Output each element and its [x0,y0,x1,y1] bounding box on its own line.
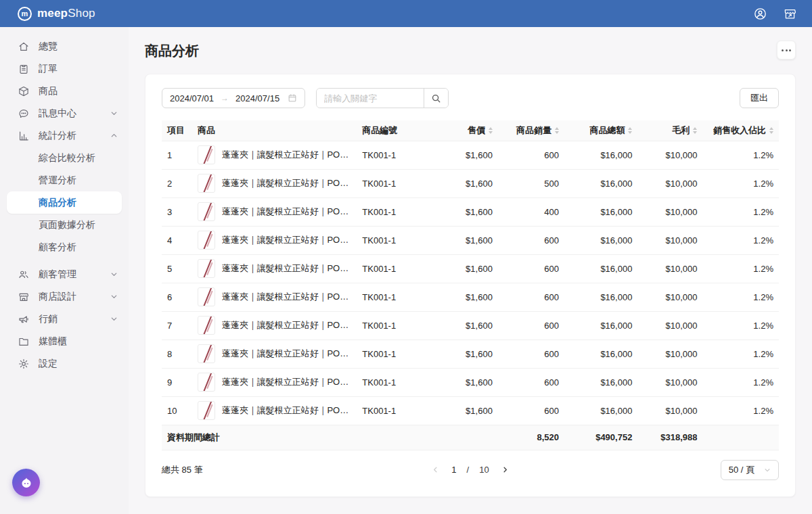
brand-bold: meep [37,7,68,20]
column-header-2: 商品編號 [357,120,438,141]
cell-sales: 600 [498,226,564,254]
account-icon[interactable] [752,6,767,21]
cell-price: $1,600 [438,283,498,311]
sidebar-subitem-customer-analysis[interactable]: 顧客分析 [0,236,129,258]
cell-product-code: TK001-1 [357,141,438,169]
sidebar-subitem-label: 顧客分析 [39,241,76,254]
customers-icon [18,268,30,281]
column-header-7[interactable]: 銷售收入佔比 [702,120,779,141]
sort-icon[interactable] [769,127,773,134]
stats-chart-icon [18,130,30,142]
sidebar-item-settings[interactable]: 設定 [0,352,129,375]
sidebar-item-label: 訊息中心 [39,108,76,120]
summary-sales: 8,520 [498,425,564,450]
cell-sales: 600 [498,368,564,396]
cell-sales: 600 [498,141,564,169]
sidebar-item-label: 總覽 [39,41,58,53]
page-size-select[interactable]: 50 / 頁 [721,460,779,480]
sidebar-item-marketing[interactable]: 行銷 [0,308,129,330]
cell-total: $16,000 [564,311,637,340]
cell-price: $1,600 [438,396,498,425]
cell-total: $16,000 [564,254,637,283]
message-icon [18,108,30,120]
column-label: 項目 [167,124,185,137]
sidebar-item-statistics[interactable]: 統計分析 [0,124,129,147]
cell-total: $16,000 [564,226,637,254]
sidebar-item-orders[interactable]: 訂單 [0,57,129,80]
cell-sales: 600 [498,340,564,368]
more-options-button[interactable] [777,41,796,60]
sidebar-item-customer-management[interactable]: 顧客管理 [0,263,129,285]
sidebar-item-products[interactable]: 商品 [0,80,129,102]
product-thumbnail [198,401,215,420]
sidebar-subitem-operations-analysis[interactable]: 營運分析 [0,169,129,191]
sort-icon[interactable] [489,127,493,134]
cell-profit: $10,000 [637,340,702,368]
column-label: 商品 [198,124,215,137]
product-box-icon [18,85,30,97]
table-body: 1蓬蓬夾｜讓髮根立正站好｜POPRORO帕...TK001-1$1,600600… [162,141,779,425]
column-header-6[interactable]: 毛利 [637,120,702,141]
table-row: 5蓬蓬夾｜讓髮根立正站好｜POPRORO帕...TK001-1$1,600600… [162,254,779,283]
cell-product: 蓬蓬夾｜讓髮根立正站好｜POPRORO帕... [192,311,357,340]
sidebar-subitem-page-data-analysis[interactable]: 頁面數據分析 [0,214,129,236]
cell-product: 蓬蓬夾｜讓髮根立正站好｜POPRORO帕... [192,169,357,197]
cell-item-no: 1 [162,141,192,169]
column-header-3[interactable]: 售價 [438,120,498,141]
pagination-total-pages: 10 [479,465,489,475]
table-row: 9蓬蓬夾｜讓髮根立正站好｜POPRORO帕...TK001-1$1,600600… [162,368,779,396]
sidebar-item-media-library[interactable]: 媒體櫃 [0,330,129,352]
date-range-picker[interactable]: 2024/07/01 → 2024/07/15 [162,88,305,108]
sidebar-item-store-design[interactable]: 商店設計 [0,285,129,308]
search-button[interactable] [424,89,448,108]
search-input[interactable] [317,89,424,108]
column-header-4[interactable]: 商品銷量 [498,120,564,141]
sort-icon[interactable] [693,127,697,134]
sidebar-subitem-label: 頁面數據分析 [39,219,95,231]
summary-ratio-empty [702,425,779,450]
sort-icon[interactable] [628,127,632,134]
pagination-current-page[interactable]: 1 [451,465,456,475]
product-name: 蓬蓬夾｜讓髮根立正站好｜POPRORO帕... [222,348,351,360]
cell-profit: $10,000 [637,141,702,169]
cell-ratio: 1.2% [702,141,779,169]
product-name: 蓬蓬夾｜讓髮根立正站好｜POPRORO帕... [222,262,351,275]
cell-price: $1,600 [438,169,498,197]
table-row: 10蓬蓬夾｜讓髮根立正站好｜POPRORO帕...TK001-1$1,60060… [162,396,779,425]
pagination-prev-button[interactable] [429,464,441,476]
cell-product-code: TK001-1 [357,169,438,197]
chevron-down-icon [110,293,118,300]
support-chat-button[interactable] [12,469,40,496]
cell-product-code: TK001-1 [357,283,438,311]
meepshop-logo[interactable]: m meepShop [18,7,95,21]
chevron-down-icon [110,315,118,323]
date-start[interactable]: 2024/07/01 [170,93,214,103]
sidebar-subitem-comparison-analysis[interactable]: 綜合比較分析 [0,147,129,169]
sort-icon[interactable] [555,127,559,134]
sidebar-item-message-center[interactable]: 訊息中心 [0,102,129,124]
sidebar-subitem-product-analysis[interactable]: 商品分析 [7,191,122,214]
analytics-card: 2024/07/01 → 2024/07/15 匯出 [145,74,796,497]
cell-product: 蓬蓬夾｜讓髮根立正站好｜POPRORO帕... [192,197,357,226]
cell-price: $1,600 [438,141,498,169]
product-thumbnail [198,231,215,250]
sidebar-item-overview[interactable]: 總覽 [0,35,129,57]
product-thumbnail [198,373,215,392]
export-button[interactable]: 匯出 [740,88,779,108]
cell-item-no: 8 [162,340,192,368]
meepshop-logo-icon: m [18,7,32,21]
pagination-next-button[interactable] [499,464,512,476]
cell-total: $16,000 [564,141,637,169]
storefront-icon[interactable] [782,6,797,21]
column-label: 商品編號 [362,124,397,137]
cell-profit: $10,000 [637,396,702,425]
product-thumbnail [198,174,215,193]
cell-item-no: 2 [162,169,192,197]
column-header-5[interactable]: 商品總額 [564,120,637,141]
table-row: 4蓬蓬夾｜讓髮根立正站好｜POPRORO帕...TK001-1$1,600600… [162,226,779,254]
cell-sales: 600 [498,396,564,425]
date-end[interactable]: 2024/07/15 [235,93,279,103]
column-label: 銷售收入佔比 [713,124,766,137]
cell-product-code: TK001-1 [357,226,438,254]
cell-profit: $10,000 [637,226,702,254]
